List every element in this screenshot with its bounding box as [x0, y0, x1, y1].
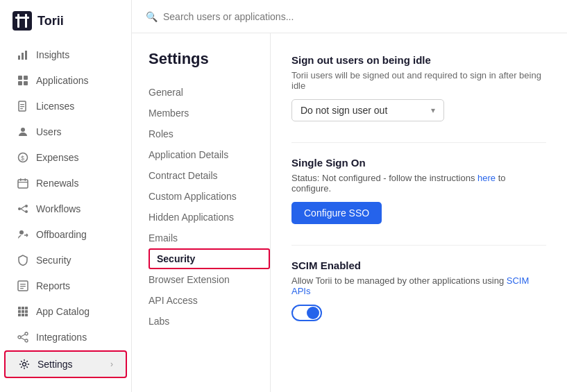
sidebar-item-security[interactable]: Security: [4, 248, 127, 273]
header: 🔍: [132, 0, 567, 33]
configure-sso-button[interactable]: Configure SSO: [291, 202, 382, 224]
sidebar-item-label: Users: [36, 126, 62, 137]
divider-1: [291, 142, 546, 143]
svg-rect-13: [20, 106, 24, 107]
settings-nav-application-details[interactable]: Application Details: [149, 144, 270, 165]
svg-rect-10: [24, 81, 28, 85]
sidebar-item-integrations[interactable]: Integrations: [4, 325, 127, 350]
sidebar-item-settings[interactable]: Settings ›: [4, 350, 127, 378]
settings-nav-api-access[interactable]: API Access: [149, 290, 270, 311]
svg-point-46: [25, 339, 28, 342]
scim-toggle-wrapper: [291, 305, 546, 321]
sidebar-item-licenses[interactable]: Licenses: [4, 94, 127, 119]
sidebar-item-label: Security: [36, 255, 71, 266]
sidebar-item-reports[interactable]: Reports: [4, 273, 127, 298]
sidebar-item-label: Settings: [37, 359, 73, 370]
svg-point-24: [25, 210, 28, 213]
sidebar-item-label: Renewals: [36, 178, 78, 189]
settings-nav-members[interactable]: Members: [149, 103, 270, 123]
chevron-down-icon: ▾: [431, 105, 435, 115]
sidebar-item-insights[interactable]: Insights: [4, 42, 127, 67]
chevron-right-icon: ›: [110, 359, 113, 369]
idle-signout-section: Sign out users on being idle Torii users…: [291, 54, 546, 121]
settings-page-title: Settings: [149, 50, 270, 68]
svg-rect-4: [18, 56, 20, 60]
svg-rect-2: [17, 14, 19, 28]
sidebar-navigation: Insights Applications Licenses: [0, 42, 131, 392]
svg-line-25: [21, 206, 25, 209]
svg-rect-8: [24, 76, 28, 80]
sidebar-item-users[interactable]: Users: [4, 119, 127, 144]
idle-signout-dropdown[interactable]: Do not sign user out ▾: [291, 99, 444, 121]
svg-rect-0: [12, 11, 32, 31]
sidebar-item-label: Licenses: [36, 101, 74, 112]
divider-2: [291, 245, 546, 246]
sso-link[interactable]: here: [477, 173, 496, 183]
scim-section: SCIM Enabled Allow Torii to be managed b…: [291, 259, 546, 321]
idle-signout-title: Sign out users on being idle: [291, 54, 546, 66]
users-icon: [17, 126, 29, 138]
svg-text:$: $: [21, 155, 24, 162]
settings-nav-browser-extension[interactable]: Browser Extension: [149, 269, 270, 290]
svg-rect-21: [18, 182, 28, 182]
svg-rect-33: [20, 286, 26, 287]
search-icon: 🔍: [146, 11, 158, 22]
svg-rect-9: [18, 81, 22, 85]
app-catalog-icon: [17, 305, 29, 318]
sidebar-item-workflows[interactable]: Workflows: [4, 196, 127, 221]
settings-nav-roles[interactable]: Roles: [149, 123, 270, 144]
settings-icon: [18, 358, 31, 370]
settings-nav-emails[interactable]: Emails: [149, 228, 270, 248]
sidebar-item-renewals[interactable]: Renewals: [4, 171, 127, 196]
settings-nav-custom-applications[interactable]: Custom Applications: [149, 186, 270, 207]
sidebar-item-label: Reports: [36, 280, 70, 291]
svg-rect-5: [22, 53, 24, 60]
settings-nav-general[interactable]: General: [149, 82, 270, 103]
applications-icon: [17, 74, 29, 87]
svg-rect-14: [20, 108, 23, 109]
svg-point-49: [23, 363, 26, 366]
settings-nav-hidden-applications[interactable]: Hidden Applications: [149, 207, 270, 228]
svg-line-47: [21, 334, 25, 336]
sidebar-item-label: App Catalog: [36, 306, 90, 317]
search-input[interactable]: [163, 11, 371, 22]
svg-rect-18: [18, 180, 28, 188]
workflows-icon: [17, 203, 29, 215]
svg-point-44: [18, 336, 21, 339]
sidebar-item-offboarding[interactable]: Offboarding: [4, 222, 127, 247]
sso-section: Single Sign On Status: Not configured - …: [291, 157, 546, 224]
content-area: Settings General Members Roles Applicati…: [132, 33, 567, 392]
svg-rect-6: [25, 51, 27, 60]
sidebar-item-expenses[interactable]: $ Expenses: [4, 145, 127, 170]
svg-rect-40: [25, 310, 28, 313]
svg-rect-19: [20, 178, 22, 181]
expenses-icon: $: [17, 151, 29, 164]
idle-signout-description: Torii users will be signed out and requi…: [291, 70, 546, 91]
svg-rect-35: [18, 307, 21, 309]
settings-navigation: Settings General Members Roles Applicati…: [132, 33, 271, 392]
sidebar-item-label: Insights: [36, 49, 69, 60]
scim-toggle[interactable]: [291, 305, 322, 321]
svg-rect-38: [18, 310, 21, 313]
settings-nav-security[interactable]: Security: [149, 248, 270, 269]
sidebar: Torii Insights Applications: [0, 0, 132, 392]
offboarding-icon: [17, 228, 29, 241]
licenses-icon: [17, 100, 29, 112]
scim-description: Allow Torii to be managed by other appli…: [291, 275, 546, 296]
integrations-icon: [17, 331, 29, 343]
sidebar-item-applications[interactable]: Applications: [4, 68, 127, 93]
settings-nav-contract-details[interactable]: Contract Details: [149, 165, 270, 186]
main-area: 🔍 Settings General Members Roles Applica…: [132, 0, 567, 392]
svg-rect-37: [25, 307, 28, 309]
toggle-knob: [307, 307, 319, 319]
sidebar-item-app-catalog[interactable]: App Catalog: [4, 299, 127, 324]
reports-icon: [17, 280, 29, 292]
svg-rect-34: [20, 288, 24, 289]
svg-point-15: [21, 128, 25, 132]
svg-rect-20: [25, 178, 26, 181]
svg-point-45: [25, 332, 28, 335]
svg-point-23: [25, 205, 28, 207]
app-logo: Torii: [0, 0, 131, 42]
sso-title: Single Sign On: [291, 157, 546, 169]
settings-nav-labs[interactable]: Labs: [149, 311, 270, 332]
